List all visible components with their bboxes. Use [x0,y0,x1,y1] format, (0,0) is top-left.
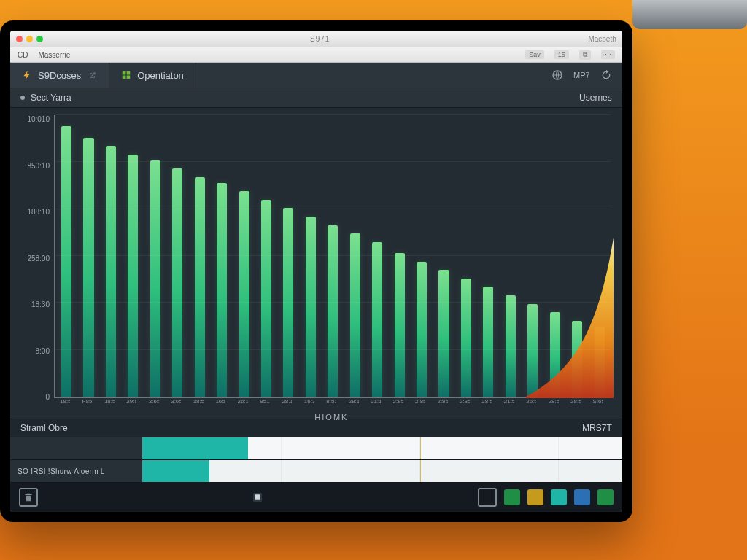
bullet-icon [20,96,25,100]
chart-bar[interactable] [350,233,360,397]
chart-bar[interactable] [61,126,71,397]
chart-bar[interactable] [239,191,249,397]
chart-bar[interactable] [461,279,471,397]
chart-bar[interactable] [527,304,538,397]
chart-bar[interactable] [128,155,138,397]
grid-icon [121,70,131,80]
tab-bar: S9Dcoses Opentiaton MP7 [10,63,622,88]
track-2-fill [142,460,209,482]
chart-bar[interactable] [438,270,449,397]
track-row-1[interactable] [10,438,622,460]
tool-label: MP7 [573,71,590,79]
svg-rect-2 [255,494,261,500]
x-axis-labels: 18:55F8518:5329:83:653:6518:516526:18512… [60,398,603,411]
x-axis-title: HIOMK [54,413,609,421]
monitor-teal-icon[interactable] [551,489,567,505]
chart-bar[interactable] [372,242,382,397]
menu-chip-sav[interactable]: Sav [525,50,544,59]
chart-bar[interactable] [328,225,338,397]
chart-bar[interactable] [572,321,582,397]
chart-bar[interactable] [261,200,271,397]
chart-plot [54,115,611,398]
track-1-label [10,438,142,459]
terminal-green-icon[interactable] [504,489,520,505]
bolt-icon [22,70,32,80]
taskbar [10,483,622,512]
app-icon[interactable] [249,489,266,505]
globe-icon[interactable] [551,69,563,81]
chart-icon[interactable] [527,489,543,505]
sub-header: Sect Yarra Usernes [10,88,622,108]
window-blue-icon[interactable] [574,489,590,505]
monitor-stand [632,0,747,29]
track-2-label: SO IRSI !Shurw Aloerm L [10,460,142,482]
track-1-fill [142,438,248,459]
minimize-icon[interactable] [26,36,33,42]
lower-panel: Straml Obre MRS7T SO IRSI !Shurw Aloerm … [10,419,622,483]
subheader-left: Sect Yarra [31,93,71,103]
menu-chip-box[interactable]: ⧉ [579,50,591,60]
tab-tools: MP7 [551,63,622,88]
tab-secondary[interactable]: Opentiaton [109,63,196,88]
chart-bars [61,115,605,397]
chart-bar[interactable] [483,287,493,397]
chart-bar[interactable] [172,168,182,397]
app-menubar: CD Masserrie Sav 15 ⧉ ⋯ [10,47,622,63]
tab-primary-label: S9Dcoses [38,70,81,81]
chart-bar[interactable] [506,295,516,397]
external-icon [87,70,97,80]
chart-bar[interactable] [150,160,160,397]
chart-bar[interactable] [195,177,205,397]
menu-chip-more[interactable]: ⋯ [601,50,615,59]
chart-bar[interactable] [83,138,93,397]
tab-secondary-label: Opentiaton [137,70,184,81]
refresh-icon[interactable] [600,69,612,81]
app-body: S9Dcoses Opentiaton MP7 [10,63,622,512]
window-controls[interactable] [16,36,43,42]
menu-item-masserrie[interactable]: Masserrie [38,51,70,59]
subheader-right: Usernes [579,93,612,103]
chart-bar[interactable] [595,327,605,397]
os-title: S971 [52,35,588,43]
display-icon[interactable] [478,488,497,507]
tracks: SO IRSI !Shurw Aloerm L [10,438,622,483]
trash-icon[interactable] [19,488,38,507]
chart-area: 10:010850:10188:10258:0018:308:000 [10,108,622,419]
zoom-icon[interactable] [36,36,43,42]
menu-chip-15[interactable]: 15 [554,50,569,59]
os-titlebar: S971 Macbeth [10,31,622,47]
panel-title-left: Straml Obre [20,423,68,433]
chart-bar[interactable] [550,312,560,397]
y-axis-labels: 10:010850:10188:10258:0018:308:000 [15,115,50,401]
menu-item-cd[interactable]: CD [18,51,28,59]
chart-bar[interactable] [395,253,405,397]
chart-bar[interactable] [106,146,116,397]
close-icon[interactable] [16,36,23,42]
chart-bar[interactable] [217,183,227,397]
tab-primary[interactable]: S9Dcoses [10,63,109,88]
chart-bar[interactable] [306,217,316,397]
os-right-label: Macbeth [588,35,616,43]
panel-title-right: MRS7T [582,423,612,433]
chart-bar[interactable] [417,262,427,397]
monitor-frame: S971 Macbeth CD Masserrie Sav 15 ⧉ ⋯ S9D… [0,20,632,522]
track-row-2[interactable]: SO IRSI !Shurw Aloerm L [10,460,622,483]
screen: S971 Macbeth CD Masserrie Sav 15 ⧉ ⋯ S9D… [10,31,622,512]
window-green-icon[interactable] [597,489,614,505]
